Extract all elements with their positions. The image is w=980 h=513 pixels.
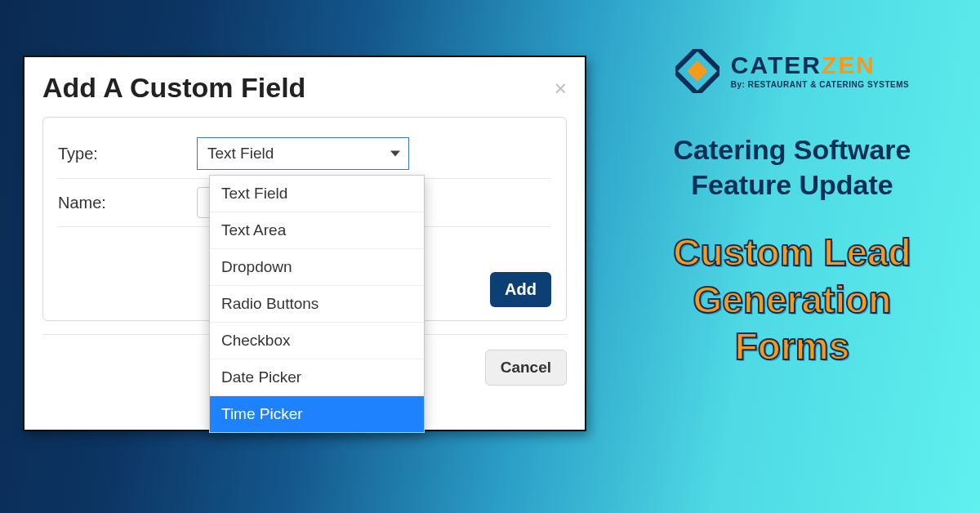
headline-line: Forms (637, 323, 947, 371)
subheading-line: Catering Software (637, 132, 947, 167)
logo-word-zen: ZEN (822, 51, 875, 78)
cancel-button[interactable]: Cancel (485, 350, 567, 386)
dropdown-option-highlighted[interactable]: Time Picker (210, 395, 424, 432)
logo-word-cater: CATER (731, 51, 822, 78)
dropdown-option[interactable]: Checkbox (210, 322, 424, 359)
dropdown-option[interactable]: Radio Buttons (210, 285, 424, 322)
name-label: Name: (58, 194, 180, 212)
logo-wordmark: CATERZEN (731, 53, 909, 78)
headline-line: Generation (637, 277, 947, 324)
close-icon[interactable]: × (555, 78, 567, 99)
svg-rect-1 (687, 60, 707, 81)
type-label: Type: (58, 145, 180, 163)
dropdown-option[interactable]: Text Area (210, 212, 424, 248)
logo-mark-icon (675, 49, 719, 93)
subheading: Catering Software Feature Update (637, 132, 947, 202)
chevron-down-icon (390, 151, 400, 157)
dropdown-option[interactable]: Date Picker (210, 359, 424, 395)
screenshot-frame: Add A Custom Field × Type: Text Field Na… (23, 56, 586, 431)
type-select[interactable]: Text Field (197, 137, 409, 170)
dropdown-option[interactable]: Text Field (210, 176, 424, 212)
logo-byline: By: RESTAURANT & CATERING SYSTEMS (731, 80, 909, 89)
brand-panel: CATERZEN By: RESTAURANT & CATERING SYSTE… (637, 49, 947, 371)
type-row: Type: Text Field (58, 129, 551, 179)
logo: CATERZEN By: RESTAURANT & CATERING SYSTE… (637, 49, 947, 93)
headline: Custom Lead Generation Forms (637, 230, 947, 371)
type-dropdown-menu[interactable]: Text Field Text Area Dropdown Radio Butt… (209, 175, 425, 433)
headline-line: Custom Lead (637, 230, 947, 277)
add-button[interactable]: Add (490, 272, 551, 307)
modal-header: Add A Custom Field × (24, 57, 585, 112)
dropdown-option[interactable]: Dropdown (210, 248, 424, 285)
promo-canvas: Add A Custom Field × Type: Text Field Na… (0, 0, 980, 513)
logo-text: CATERZEN By: RESTAURANT & CATERING SYSTE… (731, 53, 909, 89)
modal-title: Add A Custom Field (42, 72, 305, 104)
subheading-line: Feature Update (637, 167, 947, 203)
type-select-value: Text Field (207, 145, 274, 162)
